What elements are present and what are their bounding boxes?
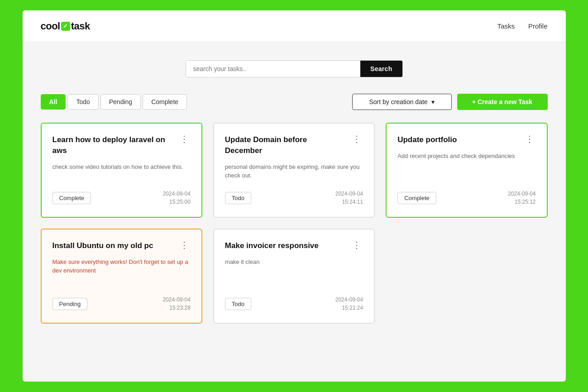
card-description: Make sure everything works! Don't forget… (53, 258, 191, 287)
sort-label: Sort by creation date (369, 98, 427, 105)
card-description: make it clean (225, 258, 363, 287)
card-title: Install Ubuntu on my old pc (53, 240, 178, 251)
status-badge[interactable]: Todo (225, 192, 251, 204)
status-badge[interactable]: Todo (225, 298, 251, 310)
filter-tabs: All Todo Pending Complete (41, 94, 187, 110)
task-card: Install Ubuntu on my old pc ⋮ Make sure … (41, 229, 202, 324)
card-header: Make invoicer responsive ⋮ (225, 240, 363, 251)
sort-arrow-icon: ▾ (431, 98, 435, 105)
nav: Tasks Profile (497, 22, 548, 30)
filter-all[interactable]: All (41, 94, 66, 110)
card-menu-icon[interactable]: ⋮ (178, 134, 191, 143)
search-input[interactable] (186, 61, 361, 77)
main-content: Search All Todo Pending Complete Sort by… (23, 42, 566, 342)
card-date: 2024-09-0415:24:11 (335, 190, 363, 206)
card-header: Update portfolio ⋮ (397, 134, 535, 145)
create-task-button[interactable]: + Create a new Task (457, 94, 548, 110)
card-description: Add recent projects and check dependanci… (397, 152, 535, 181)
card-header: Learn how to deploy laravel on aws ⋮ (53, 134, 191, 156)
card-date: 2024-09-0415:25:00 (163, 190, 190, 206)
card-footer: Todo 2024-09-0415:24:11 (225, 190, 363, 206)
card-title: Update portfolio (397, 134, 523, 145)
card-footer: Complete 2024-09-0415:25:00 (53, 190, 191, 206)
search-section: Search (41, 60, 548, 77)
card-description: personal domains might be expiring, make… (225, 163, 363, 181)
card-menu-icon[interactable]: ⋮ (350, 240, 363, 249)
card-description: check some video tutorials on how to ach… (53, 163, 191, 181)
task-card: Update Domain before December ⋮ personal… (213, 123, 375, 218)
sort-button[interactable]: Sort by creation date ▾ (352, 94, 452, 110)
nav-tasks-link[interactable]: Tasks (497, 22, 515, 30)
app-container: cooltask Tasks Profile Search All Todo P… (23, 10, 566, 382)
card-footer: Pending 2024-09-0415:23:28 (53, 296, 191, 312)
card-footer: Todo 2024-09-0415:21:24 (225, 296, 363, 312)
filter-todo[interactable]: Todo (67, 94, 98, 110)
filter-pending[interactable]: Pending (100, 94, 141, 110)
header: cooltask Tasks Profile (23, 10, 566, 42)
search-button[interactable]: Search (360, 61, 402, 77)
nav-profile-link[interactable]: Profile (528, 22, 548, 30)
status-badge[interactable]: Complete (397, 192, 436, 204)
logo-check-icon (61, 22, 70, 31)
card-menu-icon[interactable]: ⋮ (178, 240, 191, 249)
filter-complete[interactable]: Complete (143, 94, 187, 110)
task-card: Make invoicer responsive ⋮ make it clean… (213, 229, 375, 324)
card-header: Install Ubuntu on my old pc ⋮ (53, 240, 191, 251)
logo-text-cool: cool (41, 20, 60, 32)
card-date: 2024-09-0415:25:12 (508, 190, 535, 206)
status-badge[interactable]: Complete (53, 192, 91, 204)
card-date: 2024-09-0415:23:28 (163, 296, 190, 312)
card-header: Update Domain before December ⋮ (225, 134, 363, 156)
filters-row: All Todo Pending Complete Sort by creati… (41, 94, 548, 110)
card-menu-icon[interactable]: ⋮ (350, 134, 363, 143)
logo: cooltask (41, 20, 90, 32)
logo-text-task: task (71, 20, 90, 32)
card-date: 2024-09-0415:21:24 (335, 296, 363, 312)
card-title: Update Domain before December (225, 134, 350, 156)
card-title: Make invoicer responsive (225, 240, 350, 251)
card-footer: Complete 2024-09-0415:25:12 (397, 190, 535, 206)
task-card: Learn how to deploy laravel on aws ⋮ che… (41, 123, 202, 218)
card-title: Learn how to deploy laravel on aws (53, 134, 178, 156)
card-menu-icon[interactable]: ⋮ (523, 134, 536, 143)
cards-grid: Learn how to deploy laravel on aws ⋮ che… (41, 123, 548, 324)
task-card: Update portfolio ⋮ Add recent projects a… (386, 123, 547, 218)
status-badge[interactable]: Pending (53, 298, 88, 310)
search-bar: Search (186, 60, 403, 77)
